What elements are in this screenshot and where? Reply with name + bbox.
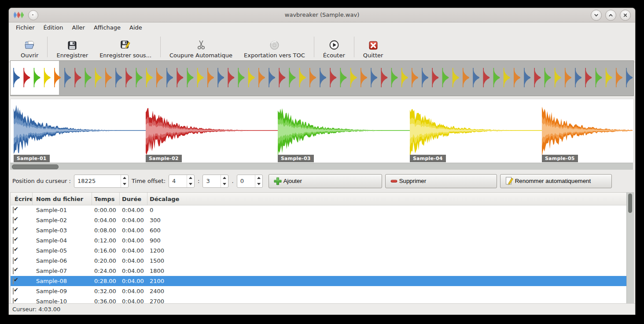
column-header-ecrire[interactable]: Écrire [11, 193, 33, 205]
file-name-cell: Sample-03 [33, 227, 92, 234]
duration-cell: 0:04.00 [120, 217, 147, 223]
write-cell: ✔ [11, 288, 33, 294]
menubar: FichierÉditionAllerAffichageAide [9, 22, 635, 32]
toolbar-enregistrer-sous[interactable]: Enregistrer sous... [94, 34, 157, 62]
column-header-temps[interactable]: Temps [92, 193, 120, 205]
spin-up-button[interactable] [187, 175, 194, 181]
toolbar-label: Enregistrer sous... [99, 52, 151, 59]
waveform-overview[interactable] [10, 60, 634, 96]
titlebar[interactable]: wavbreaker (Sample.wav) [9, 8, 635, 22]
column-header-duree[interactable]: Durée [120, 193, 147, 205]
table-row-sample-02[interactable]: ✔Sample-020:04.000:04.00300 [11, 215, 627, 225]
write-checkbox[interactable]: ✔ [13, 278, 14, 284]
time-cell: 0:32.00 [92, 288, 120, 294]
write-checkbox[interactable]: ✔ [13, 227, 14, 234]
column-header-decalage[interactable]: Décalage [147, 193, 633, 205]
column-header-nom-du-fichier[interactable]: Nom du fichier [33, 193, 92, 205]
file-name-cell: Sample-09 [33, 288, 92, 294]
spin-down-button[interactable] [187, 181, 194, 187]
save-as-icon [120, 38, 131, 50]
toolbar-exportation-vers-toc[interactable]: Exportation vers TOC [238, 34, 311, 62]
spin-up-button[interactable] [121, 175, 128, 181]
table-row-sample-09[interactable]: ✔Sample-090:32.000:04.002400 [11, 286, 627, 296]
time-offset-separator: . [232, 178, 233, 184]
toolbar-label: Ouvrir [21, 52, 38, 59]
table-row-sample-04[interactable]: ✔Sample-040:12.000:04.00900 [11, 235, 627, 246]
open-folder-icon [24, 38, 35, 50]
cursor-position-spinbox[interactable]: 18225 [74, 175, 129, 188]
menu-item-affichage[interactable]: Affichage [89, 23, 125, 32]
duration-cell: 0:04.00 [120, 257, 147, 264]
waveform-main-view[interactable]: Sample-01Sample-02Sample-03Sample-04Samp… [10, 99, 634, 163]
write-checkbox[interactable]: ✔ [13, 288, 14, 294]
menu-item-aide[interactable]: Aide [125, 23, 147, 32]
write-cell: ✔ [11, 247, 33, 254]
table-row-sample-08[interactable]: ✔Sample-080:28.000:04.002100 [11, 276, 627, 286]
table-row-sample-05[interactable]: ✔Sample-050:16.000:04.001200 [11, 246, 627, 256]
spin-up-button[interactable] [255, 175, 262, 181]
toolbar-ouvrir[interactable]: Ouvrir [15, 34, 44, 62]
pencil-icon [505, 176, 514, 186]
check-icon: ✔ [14, 217, 18, 222]
spin-up-button[interactable] [221, 175, 228, 181]
auto-rename-button[interactable]: Renommer automatiquement [500, 174, 612, 188]
toolbar-label: Enregistrer [56, 52, 88, 59]
file-name-cell: Sample-10 [33, 298, 92, 303]
write-checkbox[interactable]: ✔ [13, 207, 14, 213]
toolbar-quitter[interactable]: Quitter [357, 34, 389, 62]
duration-cell: 0:04.00 [120, 288, 147, 294]
menu-item-fichier[interactable]: Fichier [11, 23, 39, 32]
spin-down-button[interactable] [255, 181, 262, 187]
waveform-hscrollbar[interactable] [10, 163, 633, 170]
write-checkbox[interactable]: ✔ [13, 268, 14, 274]
offset-cell: 300 [147, 217, 627, 223]
table-vscrollbar[interactable] [626, 193, 633, 303]
delete-button[interactable]: Supprimer [385, 174, 497, 188]
table-row-sample-01[interactable]: ✔Sample-010:00.000:04.000 [11, 205, 627, 215]
write-checkbox[interactable]: ✔ [13, 247, 14, 254]
toolbar-label: Coupure Automatique [169, 52, 232, 59]
time-offset-label: Time offset: [132, 178, 166, 184]
table-row-sample-07[interactable]: ✔Sample-070:24.000:04.001800 [11, 266, 627, 276]
toolbar-ecouter[interactable]: Écouter [317, 34, 351, 62]
write-cell: ✔ [11, 298, 33, 303]
spin-down-button[interactable] [121, 181, 128, 187]
toolbar-label: Écouter [323, 52, 345, 59]
time-offset-seconds-spinbox[interactable]: 3 [202, 175, 228, 188]
check-icon: ✔ [14, 207, 18, 212]
table-row-sample-06[interactable]: ✔Sample-060:20.000:04.001500 [11, 256, 627, 266]
toolbar-coupure-automatique[interactable]: Coupure Automatique [164, 34, 238, 62]
window-controls [591, 10, 631, 21]
add-button[interactable]: Ajouter [269, 174, 382, 188]
offset-cell: 2100 [147, 278, 627, 284]
write-checkbox[interactable]: ✔ [13, 257, 14, 264]
write-checkbox[interactable]: ✔ [13, 237, 14, 244]
close-button[interactable] [620, 10, 631, 21]
vscrollbar-thumb[interactable] [628, 194, 632, 213]
offset-cell: 1500 [147, 257, 627, 264]
track-list: ÉcrireNom du fichierTempsDuréeDécalage ✔… [10, 192, 634, 303]
write-cell: ✔ [11, 207, 33, 213]
hscrollbar-thumb[interactable] [12, 164, 59, 169]
time-offset-minutes-spinbox[interactable]: 4 [169, 175, 195, 188]
toolbar-enregistrer[interactable]: Enregistrer [51, 34, 94, 62]
table-row-sample-03[interactable]: ✔Sample-030:08.000:04.00600 [11, 225, 627, 235]
write-checkbox[interactable]: ✔ [13, 217, 14, 223]
time-cell: 0:28.00 [92, 278, 120, 284]
spin-down-button[interactable] [221, 181, 228, 187]
minimize-button[interactable] [591, 10, 602, 21]
menu-item-aller[interactable]: Aller [67, 23, 89, 32]
table-row-sample-10[interactable]: ✔Sample-100:36.000:04.002700 [11, 296, 627, 303]
wave-segment-label: Sample-02 [146, 155, 182, 162]
file-name-cell: Sample-07 [33, 268, 92, 274]
time-cell: 0:00.00 [92, 207, 120, 213]
check-icon: ✔ [14, 237, 18, 242]
maximize-button[interactable] [605, 10, 616, 21]
duration-cell: 0:04.00 [120, 247, 147, 254]
check-icon: ✔ [14, 227, 18, 232]
toolbar-separator [354, 37, 354, 57]
cursor-position-label: Position du curseur : [12, 178, 71, 184]
menu-item-edition[interactable]: Édition [39, 23, 68, 32]
time-offset-subseconds-spinbox[interactable]: 0 [237, 175, 263, 188]
write-checkbox[interactable]: ✔ [13, 298, 14, 303]
